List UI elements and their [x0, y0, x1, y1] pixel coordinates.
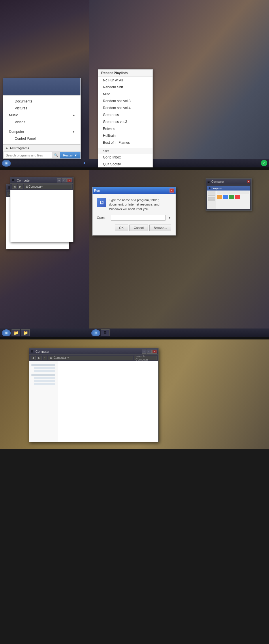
run-open-row: Open: ▼ — [97, 215, 171, 221]
task-quit-spotify[interactable]: Quit Spotify — [98, 161, 153, 167]
explorer-full-toolbar: ◀ ▶ ↑ 🖥 Computer ▾ Search Computer — [29, 355, 158, 361]
minimize-btn-2[interactable]: – — [57, 178, 61, 182]
start-orb-3[interactable]: ⊞ — [91, 329, 100, 336]
section-3: 🖥 Computer – □ ✕ ◀ ▶ ↑ 🖥 Computer ▾ Sear… — [0, 339, 269, 449]
explorer-toolbar-2: ◀ ▶ 🖥Computer▾ — [10, 184, 73, 190]
playlist-random-vol3[interactable]: Random shit vol.3 — [98, 98, 153, 104]
maximize-btn-2[interactable]: □ — [62, 178, 67, 182]
start-menu-panel: Documents Pictures Music Videos Computer… — [0, 0, 89, 167]
run-cancel-button[interactable]: Cancel — [129, 225, 148, 231]
tasks-header: Tasks — [98, 148, 153, 154]
explorer-up-btn[interactable]: ↑ — [43, 356, 47, 360]
explorer-sidebar — [29, 361, 58, 442]
run-dropdown-arrow[interactable]: ▼ — [168, 216, 171, 220]
explorer-full-icon: 🖥 — [31, 350, 33, 353]
explorer-panel: 🖥 Computer – □ ✕ ◀ ▶ 🖥Computer▾ — [0, 170, 89, 337]
run-dialog-panel: 🖥 Computer ✕ 🖥 Computer — [89, 170, 269, 337]
explorer-search-box[interactable]: Search Computer — [134, 356, 157, 360]
thumb-close-btn[interactable]: ✕ — [247, 180, 250, 183]
explorer-body-2 — [10, 190, 73, 242]
start-menu: Documents Pictures Music Videos Computer… — [3, 78, 81, 159]
explorer-title-2: Computer — [17, 179, 31, 182]
playlist-greatness[interactable]: Greatness — [98, 111, 153, 118]
run-open-input[interactable] — [111, 215, 165, 221]
run-taskbar-icon[interactable]: 🖥 — [101, 329, 110, 336]
playlist-best-in-flames[interactable]: Best of In Flames — [98, 139, 153, 146]
explorer-full-body — [29, 361, 158, 442]
window-controls-2: – □ ✕ — [57, 178, 72, 182]
search-input[interactable] — [3, 152, 52, 158]
spotify-context-panel: Recent Playlists No Fun At All Random Sh… — [89, 0, 269, 167]
section-1: Documents Pictures Music Videos Computer… — [0, 0, 269, 167]
spotify-context-menu: Recent Playlists No Fun At All Random Sh… — [98, 69, 153, 167]
thumb-inner-titlebar: 🖥 Computer — [207, 186, 250, 191]
playlist-greatness-vol3[interactable]: Greatness vol.3 — [98, 118, 153, 125]
run-close-btn[interactable]: ✕ — [170, 188, 174, 193]
start-orb-2[interactable]: ⊞ — [2, 329, 11, 336]
playlist-helltrain[interactable]: Helltrain — [98, 132, 153, 139]
explorer-full-title: Computer — [35, 350, 49, 353]
back-btn-2[interactable]: ◀ — [12, 184, 17, 189]
spotify-taskbar-icon[interactable]: ♫ — [261, 160, 268, 167]
nav-computer[interactable]: Computer — [3, 128, 80, 135]
explorer-path-bar[interactable]: 🖥 Computer ▾ — [48, 356, 133, 360]
divider-2 — [0, 337, 269, 339]
start-menu-header — [3, 78, 80, 96]
divider-1 — [0, 167, 269, 170]
run-buttons: OK Cancel Browse... — [97, 225, 171, 231]
explorer-full-titlebar: 🖥 Computer – □ ✕ — [29, 348, 158, 355]
computer-thumbnail: 🖥 Computer ✕ 🖥 Computer — [206, 178, 252, 211]
explorer-close-btn[interactable]: ✕ — [152, 350, 157, 354]
playlist-no-fun[interactable]: No Fun At All — [98, 77, 153, 84]
search-button[interactable]: 🔍 — [52, 152, 60, 158]
start-orb[interactable]: ⊞ — [2, 160, 11, 167]
taskbar-section2-right: ⊞ 🖥 — [89, 328, 269, 337]
folder-taskbar-1[interactable]: 📁 — [12, 329, 20, 336]
folder-icon-2: 🖥 — [12, 179, 15, 182]
restart-button[interactable]: Restart ▼ — [60, 152, 80, 158]
playlist-misc[interactable]: Misc — [98, 91, 153, 98]
explorer-full-controls: – □ ✕ — [142, 350, 157, 354]
nav-control-panel[interactable]: Control Panel — [3, 135, 80, 142]
spotify-orb: ♫ — [261, 160, 267, 166]
forward-btn-2[interactable]: ▶ — [18, 184, 23, 189]
explorer-maximize-btn[interactable]: □ — [147, 350, 152, 354]
run-titlebar: Run ✕ — [93, 187, 176, 194]
nav-music[interactable]: Music — [3, 112, 80, 119]
playlist-random-vol4[interactable]: Random shit vol.4 — [98, 104, 153, 111]
run-open-label: Open: — [97, 216, 108, 219]
path-bar-2[interactable]: 🖥Computer▾ — [24, 184, 72, 189]
run-description: Type the name of a program, folder, docu… — [109, 198, 171, 211]
run-icon: 🖥 — [97, 198, 106, 207]
folder-taskbar-2[interactable]: 📁 — [21, 329, 30, 336]
all-programs-bar[interactable]: ▶ All Programs — [3, 144, 80, 152]
start-menu-nav: Documents Pictures Music Videos Computer… — [3, 96, 80, 144]
explorer-forward-btn[interactable]: ▶ — [37, 356, 42, 360]
taskbar-section2-left: ⊞ 📁 📁 — [0, 328, 89, 337]
playlist-entwine[interactable]: Entwine — [98, 125, 153, 132]
thumb-sidebar — [207, 191, 216, 209]
thumb-content — [207, 191, 250, 209]
search-bar: 🔍 Restart ▼ — [3, 152, 80, 158]
computer-thumb-titlebar: 🖥 Computer ✕ — [206, 179, 251, 184]
run-body: 🖥 Type the name of a program, folder, do… — [93, 194, 176, 235]
playlist-random-shit[interactable]: Random Shit — [98, 84, 153, 91]
computer-thumb-preview: 🖥 Computer — [207, 186, 250, 209]
explorer-full-window: 🖥 Computer – □ ✕ ◀ ▶ ↑ 🖥 Computer ▾ Sear… — [29, 348, 159, 442]
task-go-to-inbox[interactable]: Go to Inbox — [98, 154, 153, 161]
nav-divider-1 — [6, 127, 78, 127]
nav-pictures[interactable]: Pictures — [3, 105, 80, 112]
run-ok-button[interactable]: OK — [115, 225, 128, 231]
recent-playlists-header: Recent Playlists — [98, 70, 153, 77]
nav-videos[interactable]: Videos — [3, 119, 80, 126]
close-btn-2[interactable]: ✕ — [67, 178, 72, 182]
run-browse-button[interactable]: Browse... — [149, 225, 171, 231]
explorer-titlebar-2: 🖥 Computer – □ ✕ — [10, 177, 73, 184]
computer-thumb-body: 🖥 Computer — [206, 184, 251, 210]
section-2: 🖥 Computer – □ ✕ ◀ ▶ 🖥Computer▾ — [0, 170, 269, 337]
explorer-back-btn[interactable]: ◀ — [31, 356, 36, 360]
thumb-main-area — [216, 191, 250, 209]
nav-documents[interactable]: Documents — [3, 98, 80, 105]
explorer-content-area — [58, 361, 158, 442]
explorer-minimize-btn[interactable]: – — [142, 350, 146, 354]
